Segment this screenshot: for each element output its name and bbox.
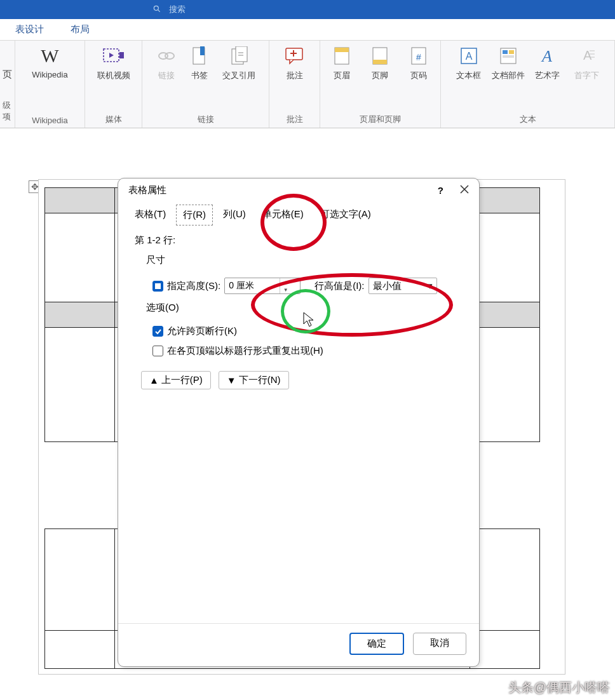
options-label: 选项(O) — [146, 302, 463, 314]
comment-button[interactable]: 批注 — [278, 44, 312, 81]
help-button[interactable]: ? — [438, 185, 443, 196]
footer-label: 页脚 — [372, 70, 388, 81]
group-label-headerfooter: 页眉和页脚 — [325, 112, 435, 126]
online-video-label: 联机视频 — [97, 70, 130, 81]
spin-down[interactable]: ▼ — [280, 286, 291, 293]
tab-alt[interactable]: 可选文字(A) — [314, 205, 377, 225]
pagenum-label: 页码 — [410, 70, 427, 81]
bookmark-icon — [188, 44, 211, 67]
ribbon-group-first: 页 级项 — [0, 41, 15, 128]
pagenum-button[interactable]: # 页码 — [402, 44, 435, 81]
rows-label: 第 1-2 行: — [135, 234, 463, 246]
link-icon — [155, 44, 178, 67]
ribbon-partial-label: 页 — [3, 69, 12, 81]
svg-text:A: A — [465, 51, 472, 62]
spin-up[interactable]: ▲ — [280, 278, 291, 286]
specify-height-checkbox[interactable] — [152, 281, 163, 292]
repeat-header-label: 在各页顶端以标题行形式重复出现(H) — [167, 345, 323, 357]
triangle-up-icon: ▲ — [149, 375, 159, 386]
group-label-text: 文本 — [446, 112, 609, 126]
ribbon-group-media: 联机视频 媒体 — [85, 41, 142, 128]
svg-marker-3 — [109, 53, 114, 58]
tab-row[interactable]: 行(R) — [176, 205, 213, 225]
allow-break-label: 允许跨页断行(K) — [167, 325, 237, 337]
tab-table[interactable]: 表格(T) — [128, 205, 172, 225]
close-button[interactable] — [459, 184, 470, 197]
wordart-label: 艺术字 — [535, 70, 560, 81]
triangle-down-icon: ▼ — [227, 375, 236, 386]
textbox-icon: A — [457, 44, 480, 67]
tab-layout[interactable]: 布局 — [67, 20, 93, 39]
ribbon-group-headerfooter: 页眉 页脚 # 页码 页眉和页脚 — [320, 41, 441, 128]
prev-row-button[interactable]: ▲ 上一行(P) — [141, 371, 211, 389]
search-placeholder[interactable]: 搜索 — [169, 4, 186, 15]
comment-icon — [283, 44, 306, 67]
next-row-label: 下一行(N) — [239, 374, 281, 386]
pagenum-icon: # — [407, 44, 430, 67]
online-video-button[interactable]: 联机视频 — [97, 44, 131, 81]
footer-icon — [368, 44, 391, 67]
wikipedia-icon: W — [39, 44, 62, 67]
tab-column[interactable]: 列(U) — [217, 205, 252, 225]
group-label-links: 链接 — [147, 112, 264, 126]
dropcap-label: 首字下 — [574, 70, 599, 81]
height-is-label: 行高值是(I): — [314, 280, 364, 292]
height-mode-value: 最小值 — [373, 280, 402, 292]
ribbon-tabs: 表设计 布局 — [0, 19, 615, 41]
svg-line-1 — [158, 10, 159, 11]
wordart-button[interactable]: A 艺术字 — [531, 44, 565, 81]
svg-point-0 — [154, 6, 158, 10]
dialog-titlebar: 表格属性 ? — [118, 178, 479, 201]
footer-button[interactable]: 页脚 — [363, 44, 396, 81]
dialog-tabs: 表格(T) 行(R) 列(U) 单元格(E) 可选文字(A) — [118, 201, 479, 225]
bookmark-label: 书签 — [191, 70, 208, 81]
repeat-header-checkbox[interactable] — [152, 346, 163, 356]
group-label-comment: 批注 — [274, 112, 314, 126]
crossref-button[interactable]: 交叉引用 — [219, 44, 259, 81]
video-icon — [102, 44, 125, 67]
dialog-title: 表格属性 — [128, 184, 166, 196]
wikipedia-button[interactable]: W Wikipedia — [22, 44, 79, 79]
header-button[interactable]: 页眉 — [325, 44, 358, 81]
group-label-wikipedia: Wikipedia — [20, 114, 79, 126]
size-label: 尺寸 — [146, 254, 463, 266]
watermark: 头条@偶西小嗒嗒 — [508, 679, 610, 696]
tab-table-design[interactable]: 表设计 — [11, 20, 48, 39]
ribbon-group-text: A 文本框 文档部件 A 艺术字 A 首字下 — [441, 41, 615, 128]
svg-text:A: A — [541, 47, 552, 65]
svg-rect-15 — [335, 48, 349, 52]
wikipedia-label: Wikipedia — [32, 70, 67, 79]
group-label-first: 级项 — [0, 98, 15, 124]
ribbon-group-comment: 批注 批注 — [269, 41, 320, 128]
prev-row-label: 上一行(P) — [161, 374, 203, 386]
ribbon: 页 级项 W Wikipedia Wikipedia 联机视频 媒体 — [0, 41, 615, 128]
allow-break-checkbox[interactable] — [152, 326, 163, 337]
height-mode-select[interactable]: 最小值 ▾ — [368, 278, 437, 294]
svg-rect-24 — [509, 50, 514, 54]
dropcap-button[interactable]: A 首字下 — [570, 44, 604, 81]
link-button[interactable]: 链接 — [152, 44, 180, 81]
bookmark-button[interactable]: 书签 — [186, 44, 213, 81]
textbox-button[interactable]: A 文本框 — [452, 44, 486, 81]
height-spinner[interactable]: ▲ ▼ — [224, 278, 301, 294]
svg-rect-25 — [503, 55, 514, 58]
quickparts-button[interactable]: 文档部件 — [491, 44, 525, 81]
nav-buttons: ▲ 上一行(P) ▼ 下一行(N) — [141, 371, 463, 389]
link-label: 链接 — [158, 70, 175, 81]
svg-rect-10 — [236, 46, 247, 62]
height-input[interactable] — [225, 281, 280, 291]
next-row-button[interactable]: ▼ 下一行(N) — [219, 371, 289, 389]
svg-rect-17 — [373, 60, 387, 64]
svg-text:#: # — [416, 52, 421, 62]
search-icon — [152, 4, 161, 15]
textbox-label: 文本框 — [456, 70, 481, 81]
repeat-header-row: 在各页顶端以标题行形式重复出现(H) — [152, 345, 463, 357]
header-icon — [330, 44, 353, 67]
quickparts-icon — [497, 44, 520, 67]
ok-button[interactable]: 确定 — [349, 633, 404, 655]
group-label-media: 媒体 — [90, 112, 137, 126]
svg-text:A: A — [583, 48, 592, 62]
svg-point-6 — [165, 53, 174, 59]
cancel-button[interactable]: 取消 — [413, 633, 466, 655]
tab-cell[interactable]: 单元格(E) — [256, 205, 310, 225]
